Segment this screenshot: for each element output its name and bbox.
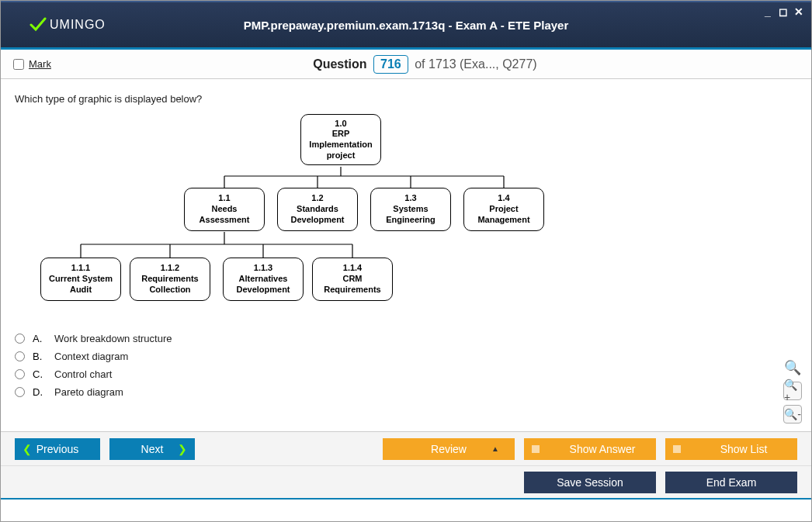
answer-option[interactable]: B. Context diagram	[15, 347, 797, 365]
node-root: 1.0 ERP Implementation project	[300, 114, 381, 165]
next-button[interactable]: Next ❯	[109, 438, 195, 460]
question-number[interactable]: 716	[373, 55, 408, 74]
answer-option[interactable]: D. Pareto diagram	[15, 383, 797, 401]
zoom-controls: 🔍 🔍+ 🔍-	[783, 358, 802, 423]
content-area: Which type of graphic is displayed below…	[1, 79, 811, 431]
answer-radio-d[interactable]	[15, 387, 25, 397]
answer-radio-b[interactable]	[15, 351, 25, 361]
question-word: Question	[313, 57, 366, 71]
answer-radio-a[interactable]	[15, 334, 25, 344]
question-of: of 1713 (Exa..., Q277)	[415, 57, 536, 71]
footer-session: Save Session End Exam	[1, 465, 811, 500]
mark-checkbox[interactable]	[13, 59, 24, 70]
square-icon	[673, 445, 681, 453]
answer-option[interactable]: C. Control chart	[15, 365, 797, 383]
window-title: PMP.prepaway.premium.exam.1713q - Exam A…	[244, 19, 569, 32]
answer-text: Control chart	[54, 368, 112, 380]
question-position: Question 716 of 1713 (Exa..., Q277)	[51, 55, 799, 74]
search-icon[interactable]: 🔍	[783, 358, 802, 377]
answer-text: Context diagram	[54, 351, 128, 362]
previous-button[interactable]: ❮ Previous	[15, 438, 100, 460]
answer-text: Pareto diagram	[54, 386, 123, 398]
show-list-button[interactable]: Show List	[665, 438, 797, 460]
node-1-1-3: 1.1.3 Alternatives Development	[223, 258, 304, 301]
answer-list: A. Work breakdown structure B. Context d…	[15, 330, 797, 401]
close-icon[interactable]: ✕	[793, 5, 805, 18]
show-answer-button[interactable]: Show Answer	[524, 438, 656, 460]
node-1-2: 1.2 Standards Development	[277, 188, 358, 231]
node-1-1: 1.1 Needs Assessment	[184, 188, 265, 231]
mark-checkbox-wrap: Mark	[13, 58, 51, 70]
title-bar: UMINGO PMP.prepaway.premium.exam.1713q -…	[1, 1, 811, 47]
answer-letter: B.	[33, 351, 47, 362]
answer-letter: D.	[33, 386, 47, 398]
window-controls: _ ◻ ✕	[762, 5, 805, 18]
node-1-1-2: 1.1.2 Requirements Collection	[130, 258, 210, 301]
node-1-1-4: 1.1.4 CRM Requirements	[312, 258, 393, 301]
answer-letter: C.	[33, 368, 47, 380]
brand-text: UMINGO	[50, 18, 106, 32]
chevron-right-icon: ❯	[178, 443, 187, 455]
footer-nav: ❮ Previous Next ❯ Review ▲ Show Answer S…	[1, 431, 811, 465]
wbs-diagram: 1.0 ERP Implementation project 1.1 Needs…	[30, 114, 558, 316]
review-button[interactable]: Review ▲	[383, 438, 515, 460]
answer-option[interactable]: A. Work breakdown structure	[15, 330, 797, 347]
zoom-out-button[interactable]: 🔍-	[783, 405, 802, 423]
square-icon	[532, 445, 540, 453]
question-header: Mark Question 716 of 1713 (Exa..., Q277)	[1, 50, 811, 79]
mark-label[interactable]: Mark	[29, 58, 51, 70]
question-prompt: Which type of graphic is displayed below…	[15, 93, 797, 105]
save-session-button[interactable]: Save Session	[524, 472, 656, 493]
maximize-icon[interactable]: ◻	[777, 5, 789, 18]
chevron-left-icon: ❮	[23, 443, 32, 455]
answer-letter: A.	[33, 333, 47, 344]
node-1-1-1: 1.1.1 Current System Audit	[40, 258, 121, 301]
brand-logo: UMINGO	[28, 16, 106, 34]
triangle-up-icon: ▲	[491, 444, 499, 453]
minimize-icon[interactable]: _	[762, 5, 774, 18]
answer-radio-c[interactable]	[15, 369, 25, 379]
node-1-4: 1.4 Project Management	[463, 188, 544, 231]
end-exam-button[interactable]: End Exam	[665, 472, 797, 493]
node-1-3: 1.3 Systems Engineering	[370, 188, 451, 231]
zoom-in-button[interactable]: 🔍+	[783, 382, 802, 400]
checkmark-icon	[28, 16, 47, 34]
answer-text: Work breakdown structure	[54, 333, 172, 344]
